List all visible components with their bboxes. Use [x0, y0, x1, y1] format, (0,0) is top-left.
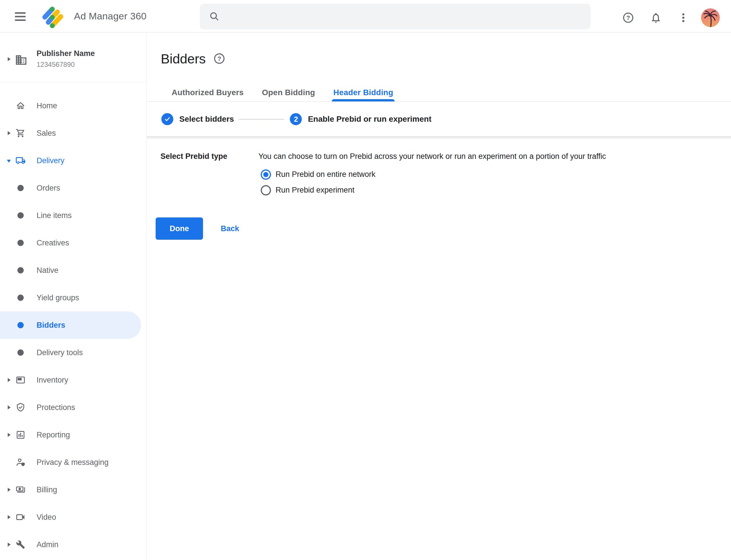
account-avatar[interactable] [701, 8, 720, 27]
page-help-button[interactable]: ? [213, 52, 226, 65]
sidebar-item-native[interactable]: Native [0, 257, 146, 284]
stepper: Select bidders 2 Enable Prebid or run ex… [147, 102, 731, 136]
sidebar-item-yield-groups[interactable]: Yield groups [0, 284, 146, 311]
banknote-icon [15, 484, 26, 495]
step-2-label: Enable Prebid or run experiment [308, 115, 431, 124]
sidebar-item-sales[interactable]: Sales [0, 119, 146, 147]
sidebar-item-line-items[interactable]: Line items [0, 202, 146, 229]
sidebar-item-delivery-tools[interactable]: Delivery tools [0, 339, 146, 366]
bullet-icon [17, 240, 24, 246]
ad-manager-logo [41, 6, 64, 29]
help-button[interactable]: ? [621, 11, 635, 25]
help-icon: ? [622, 12, 634, 24]
sidebar-item-privacy-messaging[interactable]: Privacy & messaging [0, 449, 146, 476]
page-header: Bidders ? [161, 50, 226, 67]
hamburger-icon [15, 12, 26, 21]
sidebar-item-label: Native [37, 266, 59, 275]
radio-option-experiment[interactable]: Run Prebid experiment [261, 182, 375, 198]
sidebar-item-label: Yield groups [37, 293, 79, 302]
search-input[interactable] [225, 4, 590, 29]
publisher-selector[interactable]: Publisher Name 1234567890 [0, 33, 146, 82]
tab-bar: Authorized Buyers Open Bidding Header Bi… [147, 83, 731, 102]
chevron-right-icon [8, 543, 11, 547]
sidebar-item-label: Inventory [37, 376, 68, 385]
inventory-icon [15, 375, 26, 385]
tab-header-bidding[interactable]: Header Bidding [333, 83, 393, 101]
person-badge-icon [15, 457, 26, 468]
truck-icon [15, 155, 26, 166]
palm-tree-sunset-photo [701, 8, 720, 27]
sidebar-item-reporting[interactable]: Reporting [0, 421, 146, 449]
radio-option-entire-network[interactable]: Run Prebid on entire network [261, 167, 375, 182]
shield-check-icon [15, 402, 26, 413]
bullet-icon [17, 212, 24, 219]
bar-chart-icon [15, 429, 26, 440]
check-icon [164, 116, 171, 123]
step-1-label[interactable]: Select bidders [179, 115, 234, 124]
help-icon: ? [213, 52, 226, 65]
sidebar-item-label: Admin [37, 540, 59, 549]
tab-authorized-buyers[interactable]: Authorized Buyers [172, 83, 244, 101]
sidebar-item-label: Billing [37, 485, 57, 494]
videocam-icon [15, 512, 26, 523]
chevron-right-icon [8, 405, 11, 409]
sidebar-item-bidders[interactable]: Bidders [0, 311, 141, 339]
done-button[interactable]: Done [156, 217, 203, 240]
step-connector [239, 119, 284, 120]
sidebar-item-billing[interactable]: Billing [0, 476, 146, 503]
svg-text:?: ? [626, 14, 630, 21]
sidebar-item-inventory[interactable]: Inventory [0, 366, 146, 394]
kebab-icon [678, 12, 689, 23]
chevron-right-icon [8, 433, 11, 437]
radio-option-label: Run Prebid experiment [276, 186, 355, 195]
building-icon [15, 54, 27, 66]
chevron-right-icon [8, 378, 11, 382]
sidebar: Publisher Name 1234567890 Home [0, 33, 147, 560]
sidebar-item-label: Bidders [37, 321, 65, 330]
sidebar-item-creatives[interactable]: Creatives [0, 229, 146, 257]
bullet-icon [17, 349, 24, 356]
sidebar-item-admin[interactable]: Admin [0, 531, 146, 558]
radio-option-label: Run Prebid on entire network [276, 170, 375, 179]
sidebar-item-label: Protections [37, 403, 75, 412]
sidebar-item-protections[interactable]: Protections [0, 394, 146, 421]
sidebar-item-label: Privacy & messaging [37, 458, 109, 467]
sidebar-item-label: Video [37, 513, 56, 522]
chevron-right-icon [8, 57, 11, 61]
product-name: Ad Manager 360 [74, 0, 147, 32]
search-icon [209, 11, 220, 22]
form-actions: Done Back [156, 217, 243, 240]
bullet-icon [17, 267, 24, 273]
sidebar-item-label: Home [37, 101, 57, 110]
bell-icon [650, 12, 662, 24]
sidebar-item-orders[interactable]: Orders [0, 174, 146, 202]
step-2-circle: 2 [290, 113, 302, 125]
sidebar-item-home[interactable]: Home [0, 92, 146, 119]
main-content: Bidders ? Authorized Buyers Open Bidding… [147, 33, 731, 560]
notifications-button[interactable] [649, 11, 663, 25]
hamburger-menu-button[interactable] [15, 12, 26, 21]
step-2-number: 2 [294, 115, 298, 124]
sidebar-item-label: Reporting [37, 431, 70, 439]
more-options-button[interactable] [676, 11, 690, 25]
sidebar-nav: Home Sales Delivery [0, 82, 146, 558]
prebid-type-radio-group: Run Prebid on entire network Run Prebid … [261, 167, 375, 198]
sidebar-item-label: Delivery [37, 156, 65, 165]
ad-manager-app: Ad Manager 360 ? [0, 0, 731, 560]
sidebar-item-label: Sales [37, 129, 56, 138]
chevron-down-icon [7, 160, 11, 163]
back-link[interactable]: Back [217, 221, 243, 236]
tab-open-bidding[interactable]: Open Bidding [262, 83, 315, 101]
radio-unselected-icon[interactable] [261, 185, 271, 195]
wrench-icon [15, 539, 26, 550]
radio-selected-icon[interactable] [261, 169, 271, 180]
chevron-right-icon [8, 515, 11, 519]
sidebar-item-delivery[interactable]: Delivery [0, 147, 146, 174]
top-app-bar: Ad Manager 360 ? [0, 0, 731, 33]
section-divider [147, 136, 731, 137]
search-bar[interactable] [200, 4, 590, 29]
sidebar-item-label: Line items [37, 211, 72, 220]
prebid-type-description: You can choose to turn on Prebid across … [259, 151, 606, 161]
publisher-id: 1234567890 [37, 61, 75, 69]
sidebar-item-video[interactable]: Video [0, 503, 146, 531]
